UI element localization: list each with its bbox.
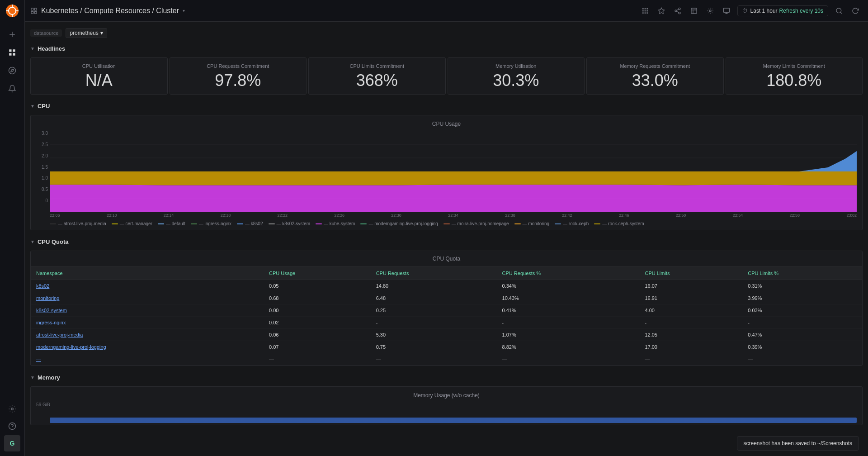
y-label-1: 0.5 <box>36 187 50 192</box>
stat-value-3: 30.3% <box>455 72 577 89</box>
cell-usage: 0.05 <box>264 280 371 292</box>
legend-color <box>269 223 275 224</box>
y-label-3: 1.5 <box>36 165 50 170</box>
namespace-link[interactable]: monitoring <box>36 295 59 301</box>
col-cpu-usage[interactable]: CPU Usage <box>264 267 371 280</box>
x-label: 22:38 <box>505 213 515 218</box>
help-icon[interactable] <box>4 418 20 434</box>
namespace-link[interactable]: k8s02 <box>36 283 49 289</box>
cell-limits-pct: 3.99% <box>742 292 862 304</box>
legend-label: — atrost-live-proj-media <box>58 221 106 226</box>
col-cpu-limits-pct[interactable]: CPU Limits % <box>742 267 862 280</box>
user-icon[interactable]: G <box>4 435 20 451</box>
x-label: 22:14 <box>164 213 174 218</box>
star-btn[interactable] <box>654 4 669 18</box>
svg-rect-19 <box>644 8 646 10</box>
explore-icon[interactable] <box>4 62 20 79</box>
stat-label-1: CPU Requests Commitment <box>177 63 299 69</box>
svg-rect-23 <box>646 10 648 11</box>
cell-limits: — <box>639 353 742 366</box>
legend-atrost: — atrost-live-proj-media <box>50 221 106 226</box>
headlines-section-header[interactable]: ▼ Headlines <box>30 43 863 55</box>
x-label: 22:46 <box>619 213 629 218</box>
legend-label: — moderngaming-live-proj-logging <box>368 221 438 226</box>
memory-section-header[interactable]: ▼ Memory <box>30 371 863 384</box>
legend-label: — rook-ceph-system <box>602 221 644 226</box>
datasource-value: prometheus <box>70 30 98 36</box>
x-label: 22:54 <box>733 213 743 218</box>
stat-card-0: CPU Utilisation N/A <box>30 57 168 95</box>
col-cpu-requests-pct[interactable]: CPU Requests % <box>497 267 640 280</box>
svg-point-38 <box>836 8 841 13</box>
cpu-chart-area: 0 0.5 1.0 1.5 2.0 2.5 3.0 <box>36 131 857 212</box>
namespace-link[interactable]: — <box>36 356 41 362</box>
grafana-logo[interactable] <box>5 4 19 18</box>
cpu-quota-title: CPU Quota <box>38 238 69 245</box>
variables-bar: datasource prometheus ▾ <box>30 25 863 43</box>
refresh-btn[interactable] <box>848 4 863 18</box>
namespace-link[interactable]: moderngaming-live-proj-logging <box>36 344 106 350</box>
cell-usage: 0.68 <box>264 292 371 304</box>
svg-point-34 <box>709 10 711 12</box>
namespace-link[interactable]: ingress-nginx <box>36 320 66 325</box>
table-row: moderngaming-live-proj-logging 0.07 0.75… <box>31 341 862 353</box>
x-label: 22:34 <box>448 213 458 218</box>
svg-rect-33 <box>691 8 697 14</box>
svg-marker-48 <box>50 171 857 185</box>
dashboard-icon[interactable] <box>4 44 20 61</box>
alert-icon[interactable] <box>4 81 20 97</box>
library-btn[interactable] <box>687 4 701 18</box>
legend-color <box>594 223 600 224</box>
table-row: monitoring 0.68 6.48 10.43% 16.91 3.99% <box>31 292 862 304</box>
col-cpu-limits[interactable]: CPU Limits <box>639 267 742 280</box>
table-row: atrost-live-proj-media 0.06 5.30 1.07% 1… <box>31 329 862 341</box>
svg-rect-25 <box>644 12 646 14</box>
namespace-link[interactable]: atrost-live-proj-media <box>36 332 83 337</box>
memory-chart-title: Memory Usage (w/o cache) <box>36 392 857 399</box>
cell-requests: 0.75 <box>371 341 497 353</box>
stat-value-0: N/A <box>38 72 160 89</box>
legend-label: — moira-live-proj-homepage <box>452 221 509 226</box>
view-btn[interactable] <box>719 4 734 18</box>
table-scroll[interactable]: Namespace CPU Usage CPU Requests CPU Req… <box>31 267 862 366</box>
cell-limits: 4.00 <box>639 304 742 317</box>
cell-limits-pct: — <box>742 353 862 366</box>
cpu-chart-legend: — atrost-live-proj-media — cert-manager … <box>36 218 857 228</box>
time-range-picker[interactable]: ⏱ Last 1 hour Refresh every 10s <box>737 5 828 16</box>
config-icon[interactable] <box>4 401 20 417</box>
dropdown-arrow[interactable]: ▾ <box>183 8 185 13</box>
svg-rect-35 <box>723 8 729 12</box>
legend-label: — monitoring <box>523 221 549 226</box>
dashboard-settings-btn[interactable] <box>638 4 652 18</box>
cpu-quota-section-header[interactable]: ▼ CPU Quota <box>30 236 863 248</box>
cpu-chart-title: CPU Usage <box>36 121 857 127</box>
col-cpu-requests[interactable]: CPU Requests <box>371 267 497 280</box>
cell-requests-pct: 1.07% <box>497 329 640 341</box>
stat-card-5: Memory Limits Commitment 180.8% <box>726 57 863 95</box>
svg-rect-15 <box>34 8 37 10</box>
topbar: Kubernetes / Compute Resources / Cluster… <box>25 0 868 22</box>
svg-rect-20 <box>646 8 648 10</box>
cell-usage: 0.02 <box>264 317 371 329</box>
svg-rect-18 <box>642 8 644 10</box>
legend-color <box>555 223 561 224</box>
datasource-select[interactable]: prometheus ▾ <box>66 28 107 38</box>
svg-line-39 <box>840 12 842 14</box>
cpu-section-header[interactable]: ▼ CPU <box>30 100 863 112</box>
cell-requests: 6.48 <box>371 292 497 304</box>
svg-rect-6 <box>9 49 11 52</box>
settings-btn[interactable] <box>703 4 717 18</box>
plus-icon[interactable] <box>4 26 20 43</box>
stat-label-4: Memory Requests Commitment <box>594 63 716 69</box>
col-namespace[interactable]: Namespace <box>31 267 264 280</box>
table-row: k8s02-system 0.00 0.25 0.41% 4.00 0.03% <box>31 304 862 317</box>
legend-color <box>112 223 118 224</box>
search-btn[interactable] <box>832 4 846 18</box>
headlines-title: Headlines <box>38 45 65 52</box>
y-label-4: 2.0 <box>36 153 50 158</box>
namespace-link[interactable]: k8s02-system <box>36 308 67 313</box>
legend-modern: — moderngaming-live-proj-logging <box>360 221 438 226</box>
cell-limits-pct: 0.03% <box>742 304 862 317</box>
cpu-quota-chevron: ▼ <box>30 239 35 244</box>
share-btn[interactable] <box>670 4 685 18</box>
